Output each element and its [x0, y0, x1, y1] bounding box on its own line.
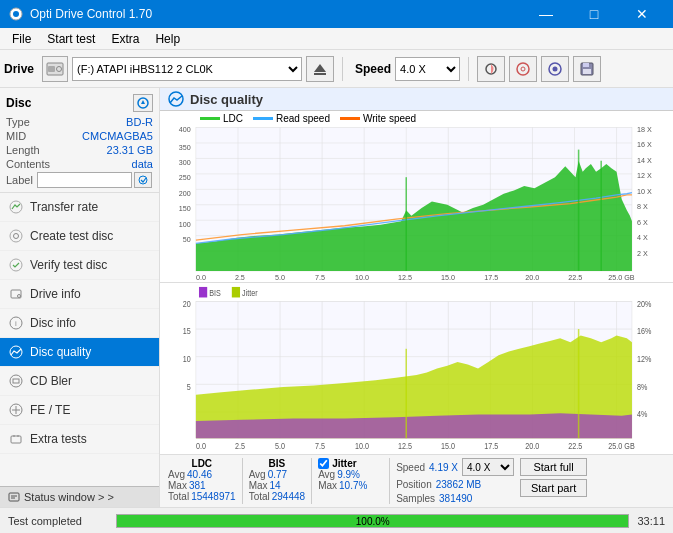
bis-max-value: 14 [270, 480, 281, 491]
status-text: Test completed [8, 515, 108, 527]
svg-text:12.5: 12.5 [398, 441, 412, 451]
chart-header: Disc quality [160, 88, 673, 111]
svg-text:10 X: 10 X [637, 186, 652, 195]
disc-options-btn[interactable] [133, 94, 153, 112]
settings-button[interactable] [541, 56, 569, 82]
status-window-btn[interactable]: Status window > > [0, 486, 159, 507]
svg-text:16%: 16% [637, 326, 652, 336]
disc-label-input[interactable] [37, 172, 132, 188]
ldc-total-value: 15448971 [191, 491, 236, 502]
disc-type-row: Type BD-R [6, 116, 153, 128]
speed-select[interactable]: 4.0 X [395, 57, 460, 81]
bis-header: BIS [249, 458, 306, 469]
speed-section: Speed 4.19 X 4.0 X Position 23862 MB Sam… [396, 458, 514, 504]
progress-bar: 100.0% [116, 514, 629, 528]
svg-marker-5 [314, 64, 326, 72]
disc-label-btn[interactable] [134, 172, 152, 188]
refresh-button[interactable] [477, 56, 505, 82]
sidebar-item-disc-quality[interactable]: Disc quality [0, 338, 159, 367]
extra-tests-icon [8, 431, 24, 447]
svg-point-22 [18, 295, 21, 298]
charts-container: LDC Read speed Write speed [160, 111, 673, 454]
svg-rect-14 [583, 69, 591, 74]
sidebar-item-fe-te[interactable]: FE / TE [0, 396, 159, 425]
sidebar-item-cd-bler-label: CD Bler [30, 374, 72, 388]
svg-text:2 X: 2 X [637, 248, 648, 257]
menu-help[interactable]: Help [147, 30, 188, 48]
minimize-button[interactable]: — [523, 0, 569, 28]
svg-text:5.0: 5.0 [275, 441, 285, 451]
close-button[interactable]: ✕ [619, 0, 665, 28]
bis-avg-value: 0.77 [268, 469, 287, 480]
disc-button[interactable] [509, 56, 537, 82]
drive-info-icon [8, 286, 24, 302]
save-button[interactable] [573, 56, 601, 82]
svg-text:8 X: 8 X [637, 202, 648, 211]
sidebar-item-cd-bler[interactable]: CD Bler [0, 367, 159, 396]
stats-speed-select[interactable]: 4.0 X [462, 458, 514, 476]
content-area: Disc quality LDC Read speed [160, 88, 673, 507]
menu-extra[interactable]: Extra [103, 30, 147, 48]
svg-text:22.5: 22.5 [568, 273, 582, 282]
eject-button[interactable] [306, 56, 334, 82]
svg-text:8%: 8% [637, 382, 648, 392]
svg-text:7.5: 7.5 [315, 441, 325, 451]
drive-icon-btn[interactable] [42, 56, 68, 82]
speed-label: Speed [355, 62, 391, 76]
jitter-max-row: Max 10.7% [318, 480, 383, 491]
menu-start-test[interactable]: Start test [39, 30, 103, 48]
drive-label: Drive [4, 62, 34, 76]
sidebar-item-drive-info[interactable]: Drive info [0, 280, 159, 309]
status-window-label: Status window > > [24, 491, 114, 503]
menu-file[interactable]: File [4, 30, 39, 48]
disc-quality-chart-icon [168, 91, 184, 107]
start-buttons: Start full Start part [520, 458, 587, 497]
svg-text:12 X: 12 X [637, 171, 652, 180]
svg-text:12.5: 12.5 [398, 273, 412, 282]
svg-text:i: i [15, 319, 17, 328]
top-chart-wrapper: LDC Read speed Write speed [160, 111, 673, 283]
jitter-stats: Jitter Avg 9.9% Max 10.7% Total [318, 458, 383, 502]
jitter-header: Jitter [332, 458, 356, 469]
sidebar-item-transfer-rate-label: Transfer rate [30, 200, 98, 214]
jitter-avg-row: Avg 9.9% [318, 469, 383, 480]
bottom-chart-svg: BIS Jitter [160, 283, 673, 454]
svg-text:20.0: 20.0 [525, 273, 539, 282]
sidebar-item-verify-test-disc[interactable]: Verify test disc [0, 251, 159, 280]
jitter-checkbox[interactable] [318, 458, 329, 469]
status-bottom: Test completed 100.0% 33:11 [0, 507, 673, 533]
cd-bler-icon [8, 373, 24, 389]
svg-text:15.0: 15.0 [441, 441, 455, 451]
ldc-stats: LDC Avg 40.46 Max 381 Total 15448971 [168, 458, 236, 502]
svg-text:15.0: 15.0 [441, 273, 455, 282]
main-layout: Disc Type BD-R MID CMCMAGBA5 Length 23.3… [0, 88, 673, 507]
svg-point-9 [521, 67, 525, 71]
svg-text:300: 300 [179, 158, 191, 167]
samples-row: Samples 381490 [396, 493, 514, 504]
stats-sep-2 [311, 458, 312, 504]
svg-point-26 [10, 375, 22, 387]
ldc-avg-value: 40.46 [187, 469, 212, 480]
ldc-max-row: Max 381 [168, 480, 236, 491]
stats-sep-1 [242, 458, 243, 504]
jitter-avg-value: 9.9% [337, 469, 360, 480]
status-time: 33:11 [637, 515, 665, 527]
fe-te-icon [8, 402, 24, 418]
svg-point-1 [13, 11, 19, 17]
menu-bar: File Start test Extra Help [0, 28, 673, 50]
start-part-button[interactable]: Start part [520, 479, 587, 497]
maximize-button[interactable]: □ [571, 0, 617, 28]
sidebar-item-transfer-rate[interactable]: Transfer rate [0, 193, 159, 222]
sidebar-item-extra-tests[interactable]: Extra tests [0, 425, 159, 454]
speed-value: 4.19 X [429, 462, 458, 473]
start-full-button[interactable]: Start full [520, 458, 587, 476]
toolbar-sep-2 [468, 57, 469, 81]
sidebar-item-create-test-disc-label: Create test disc [30, 229, 113, 243]
sidebar-item-disc-info[interactable]: i Disc info [0, 309, 159, 338]
sidebar: Disc Type BD-R MID CMCMAGBA5 Length 23.3… [0, 88, 160, 507]
sidebar-item-extra-tests-label: Extra tests [30, 432, 87, 446]
svg-text:150: 150 [179, 204, 191, 213]
drive-select[interactable]: (F:) ATAPI iHBS112 2 CL0K [72, 57, 302, 81]
verify-test-disc-icon [8, 257, 24, 273]
sidebar-item-create-test-disc[interactable]: Create test disc [0, 222, 159, 251]
